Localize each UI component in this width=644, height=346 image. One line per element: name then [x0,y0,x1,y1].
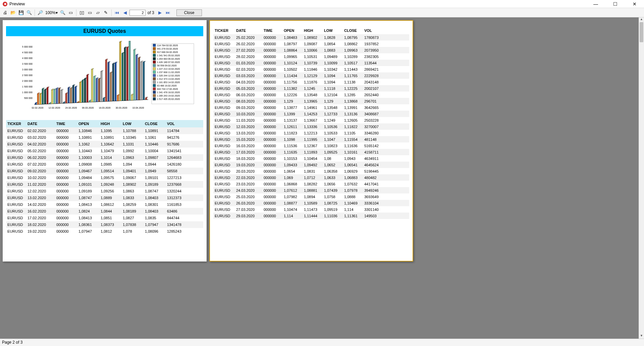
app-icon: ◉ [3,2,7,6]
zoom-out-icon[interactable]: 🔍 [59,9,66,16]
maximize-button[interactable]: ☐ [608,1,622,7]
page-input[interactable] [129,10,146,16]
continuous-icon[interactable]: ▭ [86,9,94,16]
close-button[interactable]: Close [176,9,202,16]
first-page-icon[interactable]: ⏮ [113,9,121,16]
window-controls: — ☐ ✕ [589,1,641,7]
zoom-fit-icon[interactable]: 🔎 [37,9,44,16]
toolbar: 🖨 📂 💾 🔍 🔎 100% ▾ 🔍 ▭ ▯▯ ▭ ▱ ✎ ⏮ ◀ of 3 ▶… [0,8,644,17]
edit-icon[interactable]: ✎ [102,9,110,16]
last-page-icon[interactable]: ⏭ [164,9,172,16]
print-icon[interactable]: 🖨 [1,9,9,16]
prev-page-icon[interactable]: ◀ [121,9,129,16]
close-window-button[interactable]: ✕ [628,1,641,7]
page-count-label: of 3 [148,10,154,15]
page-setup-icon[interactable]: ▱ [94,9,102,16]
titlebar: ◉ Preview — ☐ ✕ [0,0,644,8]
next-page-icon[interactable]: ▶ [156,9,164,16]
save-icon[interactable]: 💾 [17,9,25,16]
find-icon[interactable]: 🔍 [25,9,33,16]
open-icon[interactable]: 📂 [9,9,17,16]
single-page-icon[interactable]: ▭ [67,9,74,16]
minimize-button[interactable]: — [589,1,602,7]
window-title: Preview [9,1,25,6]
two-page-icon[interactable]: ▯▯ [78,9,86,16]
zoom-dropdown[interactable]: 100% ▾ [45,10,58,15]
